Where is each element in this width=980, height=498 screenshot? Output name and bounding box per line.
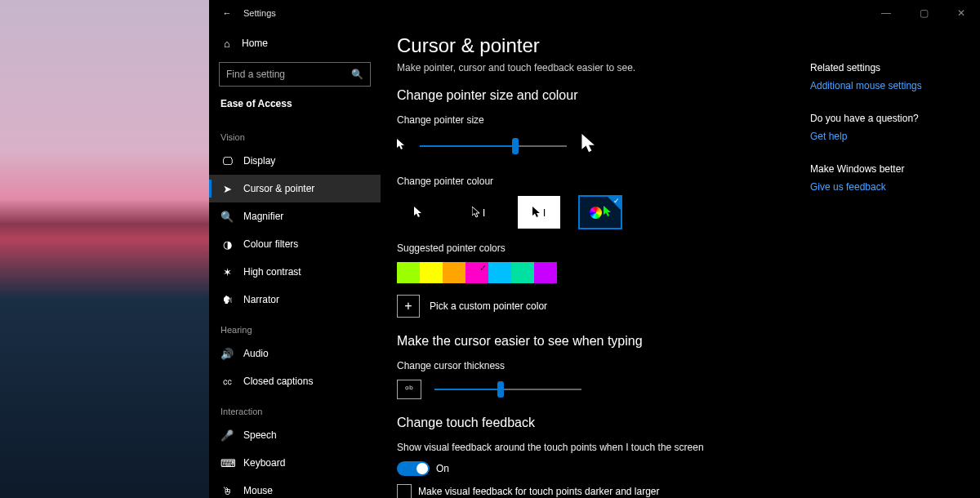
nav-icon: ⌨ [220, 457, 234, 469]
get-help-link[interactable]: Get help [810, 131, 965, 142]
nav-label: Speech [243, 429, 277, 441]
pointer-large-icon [581, 134, 596, 158]
touch-feedback-toggle[interactable] [397, 461, 430, 476]
section-size-colour: Change pointer size and colour [397, 88, 794, 103]
sidebar-item-speech[interactable]: 🎤Speech [209, 421, 381, 449]
sidebar-item-mouse[interactable]: 🖰Mouse [209, 477, 381, 498]
page-title: Cursor & pointer [397, 34, 794, 57]
nav-icon: 🔍 [220, 211, 234, 223]
right-column: Related settings Additional mouse settin… [810, 26, 980, 498]
titlebar: ← Settings — ▢ ✕ [209, 0, 980, 26]
nav-icon: ㏄ [220, 374, 234, 389]
pointer-colour-inverted[interactable]: I [518, 196, 560, 229]
nav-icon: ✶ [220, 266, 234, 278]
nav-label: High contrast [243, 266, 301, 278]
nav-label: Cursor & pointer [243, 183, 314, 194]
sidebar-item-narrator[interactable]: 🗣Narrator [209, 286, 381, 313]
suggested-colours-label: Suggested pointer colors [397, 242, 794, 254]
sidebar-item-high-contrast[interactable]: ✶High contrast [209, 258, 381, 286]
related-settings-head: Related settings [810, 62, 965, 73]
pointer-size-label: Change pointer size [397, 114, 794, 126]
pick-custom-colour-label: Pick a custom pointer color [430, 300, 547, 312]
category-heading: Ease of Access [209, 93, 381, 121]
nav-icon: ➤ [220, 183, 234, 195]
pointer-colour-options: I I [397, 195, 794, 229]
sidebar-group-label: Interaction [209, 395, 381, 421]
home-label: Home [242, 38, 268, 49]
question-head: Do you have a question? [810, 113, 965, 124]
nav-label: Narrator [243, 294, 279, 305]
sidebar: ⌂ Home Find a setting 🔍 Ease of Access V… [209, 26, 381, 498]
sidebar-item-colour-filters[interactable]: ◑Colour filters [209, 230, 381, 258]
nav-icon: 🎤 [220, 429, 234, 442]
main-panel: Cursor & pointer Make pointer, cursor an… [381, 26, 810, 498]
sidebar-item-closed-captions[interactable]: ㏄Closed captions [209, 367, 381, 395]
back-button[interactable]: ← [216, 0, 238, 26]
selected-check-icon [608, 197, 621, 210]
pointer-colour-white[interactable] [397, 196, 439, 229]
sidebar-item-cursor-pointer[interactable]: ➤Cursor & pointer [209, 175, 381, 202]
sidebar-group-label: Hearing [209, 313, 381, 340]
window-title: Settings [243, 8, 276, 18]
colour-swatch[interactable] [488, 262, 511, 283]
home-icon: ⌂ [220, 38, 234, 50]
nav-icon: 🗣 [220, 294, 234, 306]
nav-label: Colour filters [243, 238, 298, 250]
sidebar-item-magnifier[interactable]: 🔍Magnifier [209, 202, 381, 230]
nav-label: Keyboard [243, 457, 285, 469]
pointer-colour-custom[interactable] [578, 195, 622, 229]
nav-label: Display [243, 155, 275, 167]
pointer-colour-black[interactable]: I [457, 196, 500, 229]
nav-icon: ◑ [220, 238, 234, 251]
nav-icon: 🖵 [220, 155, 234, 167]
nav-icon: 🖰 [220, 485, 234, 497]
colour-swatch[interactable] [466, 262, 488, 283]
settings-window: ← Settings — ▢ ✕ ⌂ Home Find a setting 🔍… [209, 0, 980, 498]
sidebar-item-display[interactable]: 🖵Display [209, 147, 381, 175]
cursor-thickness-slider[interactable] [434, 381, 581, 398]
pointer-small-icon [397, 139, 405, 153]
section-cursor-typing: Make the cursor easier to see when typin… [397, 334, 794, 349]
home-link[interactable]: ⌂ Home [209, 29, 381, 57]
pick-custom-colour-button[interactable]: + [397, 295, 420, 318]
feedback-head: Make Windows better [810, 163, 965, 175]
minimize-button[interactable]: — [867, 0, 905, 26]
cursor-thickness-preview: ᵅᵇ [397, 380, 421, 399]
touch-darker-label: Make visual feedback for touch points da… [418, 486, 660, 497]
colour-swatch[interactable] [534, 262, 557, 283]
colour-swatch[interactable] [443, 262, 466, 283]
sidebar-group-label: Vision [209, 121, 381, 147]
nav-icon: 🔊 [220, 348, 234, 360]
search-placeholder: Find a setting [226, 69, 285, 80]
give-feedback-link[interactable]: Give us feedback [810, 181, 965, 193]
nav-label: Magnifier [243, 211, 283, 222]
suggested-colours-row [397, 262, 794, 283]
nav-label: Mouse [243, 485, 273, 496]
nav-label: Closed captions [243, 376, 313, 387]
colour-swatch[interactable] [420, 262, 443, 283]
additional-mouse-settings-link[interactable]: Additional mouse settings [810, 80, 965, 91]
touch-darker-checkbox[interactable] [397, 484, 412, 498]
search-icon: 🔍 [351, 69, 363, 80]
sidebar-item-keyboard[interactable]: ⌨Keyboard [209, 449, 381, 477]
colour-swatch[interactable] [397, 262, 420, 283]
page-subtitle: Make pointer, cursor and touch feedback … [397, 62, 794, 73]
nav-label: Audio [243, 348, 269, 359]
colour-wheel-icon [590, 207, 602, 219]
cursor-thickness-label: Change cursor thickness [397, 360, 794, 371]
section-touch-feedback: Change touch feedback [397, 416, 794, 430]
pointer-colour-label: Change pointer colour [397, 176, 794, 187]
touch-feedback-state: On [436, 463, 449, 474]
search-input[interactable]: Find a setting 🔍 [219, 62, 371, 87]
maximize-button[interactable]: ▢ [905, 0, 942, 26]
close-button[interactable]: ✕ [942, 0, 980, 26]
colour-swatch[interactable] [511, 262, 534, 283]
pointer-size-slider[interactable] [420, 138, 567, 154]
touch-feedback-label: Show visual feedback around the touch po… [397, 442, 794, 453]
sidebar-item-audio[interactable]: 🔊Audio [209, 340, 381, 367]
